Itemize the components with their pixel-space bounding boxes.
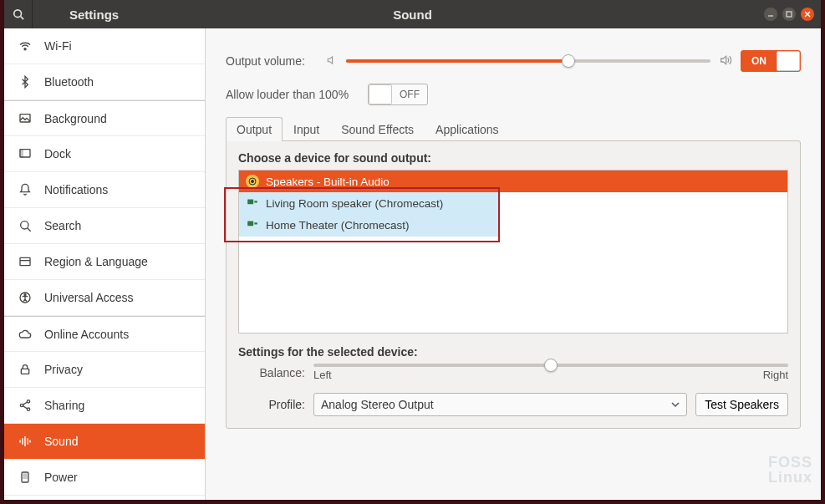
tab-sound-effects[interactable]: Sound Effects — [330, 117, 425, 141]
svg-rect-28 — [23, 474, 27, 478]
bell-icon — [18, 182, 33, 197]
globe-icon — [18, 254, 33, 269]
sidebar-item-bluetooth[interactable]: Bluetooth — [4, 64, 205, 100]
sidebar-item-label: Background — [44, 112, 107, 125]
device-item[interactable]: Home Theater (Chromecast) — [239, 214, 787, 236]
output-panel: Choose a device for sound output: Speake… — [226, 140, 801, 429]
network-device-icon — [246, 218, 259, 232]
sidebar: Wi-Fi Bluetooth Background Dock Notifica… — [4, 28, 206, 500]
lock-icon — [18, 362, 33, 377]
sidebar-item-label: Online Accounts — [44, 328, 129, 341]
sidebar-item-label: Sharing — [44, 399, 84, 412]
sidebar-item-dock[interactable]: Dock — [4, 136, 205, 172]
sidebar-item-label: Wi-Fi — [44, 39, 72, 53]
svg-point-6 — [24, 48, 26, 50]
balance-left-label: Left — [313, 369, 332, 381]
svg-line-11 — [28, 228, 31, 232]
svg-line-20 — [23, 402, 27, 405]
sidebar-item-sound[interactable]: Sound — [4, 424, 205, 460]
cloud-icon — [18, 327, 33, 342]
sidebar-item-search[interactable]: Search — [4, 208, 205, 244]
svg-rect-3 — [787, 12, 792, 17]
close-button[interactable] — [801, 8, 814, 21]
watermark: FOSS Linux — [768, 455, 812, 485]
dock-icon — [18, 146, 33, 161]
louder-toggle[interactable]: OFF — [368, 84, 428, 105]
background-icon — [18, 111, 33, 126]
sidebar-item-label: Search — [44, 219, 81, 232]
svg-line-21 — [23, 406, 27, 409]
toggle-label: ON — [741, 55, 777, 67]
chevron-down-icon — [671, 398, 680, 411]
bluetooth-icon — [18, 74, 33, 89]
svg-rect-33 — [247, 221, 253, 226]
sound-icon — [18, 434, 33, 449]
minimize-button[interactable] — [764, 8, 777, 21]
sidebar-item-onlineaccounts[interactable]: Online Accounts — [4, 316, 205, 352]
sidebar-item-wifi[interactable]: Wi-Fi — [4, 28, 205, 64]
speaker-icon — [246, 175, 259, 188]
sidebar-item-sharing[interactable]: Sharing — [4, 388, 205, 424]
sidebar-item-universalaccess[interactable]: Universal Access — [4, 280, 205, 316]
balance-right-label: Right — [763, 369, 788, 381]
app-title: Settings — [69, 8, 119, 22]
output-volume-slider[interactable] — [346, 59, 710, 63]
svg-point-10 — [21, 221, 28, 229]
sidebar-item-label: Privacy — [44, 363, 83, 376]
svg-rect-16 — [21, 369, 28, 374]
svg-rect-12 — [20, 257, 30, 265]
svg-rect-32 — [254, 201, 257, 202]
sidebar-item-label: Dock — [44, 147, 71, 160]
selected-device-settings-label: Settings for the selected device: — [238, 345, 788, 359]
choose-device-label: Choose a device for sound output: — [238, 151, 788, 165]
profile-value: Analog Stereo Output — [321, 398, 434, 411]
device-item[interactable]: Living Room speaker (Chromecast) — [239, 192, 787, 214]
device-label: Living Room speaker (Chromecast) — [266, 197, 443, 210]
power-icon — [18, 470, 33, 485]
sidebar-item-label: Bluetooth — [44, 75, 94, 89]
search-icon — [18, 218, 33, 233]
test-speakers-button[interactable]: Test Speakers — [695, 393, 788, 416]
sidebar-item-label: Region & Language — [44, 255, 148, 268]
sidebar-item-notifications[interactable]: Notifications — [4, 172, 205, 208]
svg-rect-9 — [20, 150, 23, 157]
sidebar-item-power[interactable]: Power — [4, 460, 205, 496]
svg-rect-34 — [254, 222, 257, 224]
tabs: Output Input Sound Effects Applications — [226, 117, 801, 141]
sidebar-item-privacy[interactable]: Privacy — [4, 352, 205, 388]
search-button[interactable] — [4, 0, 33, 28]
device-item[interactable]: Speakers - Built-in Audio — [239, 171, 787, 192]
tab-input[interactable]: Input — [283, 117, 330, 141]
sidebar-item-label: Power — [44, 471, 78, 484]
svg-point-15 — [24, 294, 26, 296]
device-label: Home Theater (Chromecast) — [266, 219, 410, 232]
profile-label: Profile: — [238, 398, 305, 411]
volume-low-icon — [326, 54, 338, 69]
balance-slider[interactable]: Left Right — [313, 364, 788, 381]
toggle-label: OFF — [392, 89, 427, 100]
device-label: Speakers - Built-in Audio — [266, 176, 390, 188]
share-icon — [18, 398, 33, 413]
svg-point-0 — [13, 10, 21, 18]
output-volume-label: Output volume: — [226, 54, 326, 68]
output-volume-toggle[interactable]: ON — [741, 50, 801, 72]
sidebar-item-background[interactable]: Background — [4, 100, 205, 136]
search-icon — [13, 8, 24, 20]
sidebar-item-region[interactable]: Region & Language — [4, 244, 205, 280]
volume-high-icon — [719, 53, 732, 69]
sidebar-item-label: Universal Access — [44, 291, 134, 304]
louder-label: Allow louder than 100% — [226, 88, 368, 101]
sidebar-item-label: Notifications — [44, 183, 108, 196]
svg-line-1 — [20, 17, 23, 20]
profile-dropdown[interactable]: Analog Stereo Output — [313, 393, 687, 416]
wifi-icon — [18, 38, 33, 53]
svg-point-30 — [252, 181, 254, 183]
balance-label: Balance: — [238, 366, 305, 379]
maximize-button[interactable] — [782, 8, 796, 21]
accessibility-icon — [18, 290, 33, 305]
svg-rect-31 — [247, 199, 253, 204]
network-device-icon — [246, 196, 259, 211]
tab-output[interactable]: Output — [226, 117, 283, 141]
tab-applications[interactable]: Applications — [425, 117, 510, 141]
titlebar: Settings Sound — [4, 0, 821, 28]
